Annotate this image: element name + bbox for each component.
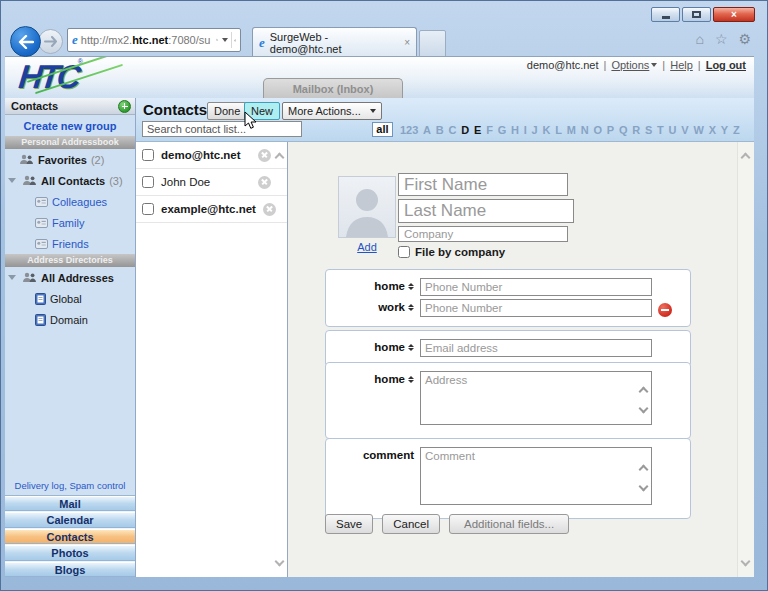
email-address-field[interactable] bbox=[420, 339, 652, 357]
search-input[interactable] bbox=[142, 121, 302, 137]
contact-checkbox[interactable] bbox=[142, 176, 154, 188]
nav-calendar[interactable]: Calendar bbox=[5, 512, 135, 527]
sidebar-item-favorites[interactable]: Favorites (2) bbox=[5, 149, 135, 170]
search-icon[interactable] bbox=[216, 34, 218, 46]
alpha-letter[interactable]: B bbox=[433, 124, 446, 136]
expander-icon[interactable] bbox=[8, 178, 16, 183]
refresh-icon[interactable] bbox=[234, 34, 236, 47]
scroll-down-icon[interactable] bbox=[275, 557, 285, 567]
alpha-letter[interactable]: M bbox=[564, 124, 578, 136]
minimize-button[interactable] bbox=[651, 7, 680, 22]
alpha-all[interactable]: all bbox=[372, 122, 392, 137]
first-name-field[interactable] bbox=[398, 173, 568, 196]
settings-gear-icon[interactable]: ⚙ bbox=[738, 31, 751, 47]
alpha-letter[interactable]: T bbox=[655, 124, 667, 136]
alpha-letter[interactable]: Z bbox=[730, 124, 742, 136]
sidebar-item-family[interactable]: Family bbox=[5, 212, 135, 233]
home-icon[interactable]: ⌂ bbox=[695, 31, 703, 47]
contact-row[interactable]: John Doe bbox=[136, 169, 287, 196]
alpha-letter[interactable]: I bbox=[521, 124, 529, 136]
delivery-log-link[interactable]: Delivery log, bbox=[15, 480, 67, 491]
phone-number-field[interactable] bbox=[420, 278, 652, 296]
maximize-button[interactable] bbox=[682, 7, 711, 22]
alpha-letter[interactable]: C bbox=[446, 124, 459, 136]
file-by-company-checkbox[interactable] bbox=[398, 246, 410, 258]
phone-type-select[interactable]: home bbox=[326, 278, 414, 292]
alpha-letter[interactable]: J bbox=[529, 124, 540, 136]
cancel-button[interactable]: Cancel bbox=[382, 514, 440, 534]
done-button[interactable]: Done bbox=[207, 102, 247, 120]
sidebar-item-domain[interactable]: Domain bbox=[5, 309, 135, 330]
contact-checkbox[interactable] bbox=[142, 149, 154, 161]
scroll-up-icon[interactable] bbox=[741, 153, 751, 163]
delete-contact-icon[interactable] bbox=[258, 176, 271, 189]
new-tab-button[interactable] bbox=[419, 30, 446, 57]
address-bar[interactable]: e http://mx2.htc.net:7080/su bbox=[67, 28, 241, 52]
alpha-letter[interactable]: F bbox=[484, 124, 496, 136]
back-button[interactable] bbox=[10, 26, 41, 57]
alpha-letter[interactable]: S bbox=[643, 124, 655, 136]
alpha-letter[interactable]: X bbox=[706, 124, 718, 136]
alpha-letter[interactable]: E bbox=[472, 124, 484, 136]
tab-close-icon[interactable]: × bbox=[404, 37, 410, 48]
alpha-letter[interactable]: H bbox=[509, 124, 522, 136]
contact-row[interactable]: example@htc.net bbox=[136, 196, 287, 223]
logout-link[interactable]: Log out bbox=[706, 59, 746, 71]
alpha-letter[interactable]: W bbox=[691, 124, 706, 136]
alpha-letter[interactable]: V bbox=[679, 124, 691, 136]
expander-icon[interactable] bbox=[8, 275, 16, 280]
contact-row[interactable]: demo@htc.net bbox=[136, 142, 287, 169]
add-photo-link[interactable]: Add bbox=[338, 241, 396, 253]
form-scrollbar[interactable] bbox=[737, 142, 754, 577]
alpha-letter[interactable]: R bbox=[630, 124, 643, 136]
add-group-icon[interactable] bbox=[118, 100, 131, 113]
alpha-letter[interactable]: Y bbox=[718, 124, 730, 136]
nav-contacts[interactable]: Contacts bbox=[5, 529, 135, 544]
alpha-letter[interactable]: D bbox=[459, 124, 472, 136]
nav-blogs[interactable]: Blogs bbox=[5, 562, 135, 577]
sidebar-item-colleagues[interactable]: Colleagues bbox=[5, 191, 135, 212]
phone-type-select[interactable]: work bbox=[326, 299, 414, 313]
address-type-select[interactable]: home bbox=[326, 371, 414, 385]
last-name-field[interactable] bbox=[398, 199, 574, 223]
delete-contact-icon[interactable] bbox=[258, 149, 271, 162]
tab-mailbox-inbox[interactable]: Mailbox (Inbox) bbox=[263, 78, 403, 98]
browser-tab[interactable]: e SurgeWeb - demo@htc.net × bbox=[252, 27, 417, 57]
delete-contact-icon[interactable] bbox=[263, 203, 276, 216]
nav-mail[interactable]: Mail bbox=[5, 496, 135, 511]
options-menu[interactable]: Options bbox=[611, 59, 657, 71]
address-field[interactable] bbox=[420, 371, 652, 425]
alpha-letter[interactable]: K bbox=[540, 124, 553, 136]
alpha-letter[interactable]: N bbox=[578, 124, 591, 136]
sidebar-item-all-contacts[interactable]: All Contacts (3) bbox=[5, 170, 135, 191]
sidebar-item-all-addresses[interactable]: All Addresses bbox=[5, 267, 135, 288]
create-new-group-link[interactable]: Create new group bbox=[5, 115, 135, 136]
more-actions-select[interactable]: More Actions... bbox=[282, 102, 382, 120]
spam-control-link[interactable]: Spam control bbox=[69, 480, 125, 491]
comment-field[interactable] bbox=[420, 447, 652, 505]
alpha-letter[interactable]: P bbox=[604, 124, 616, 136]
help-link[interactable]: Help bbox=[670, 59, 693, 71]
company-field[interactable] bbox=[398, 226, 568, 242]
save-button[interactable]: Save bbox=[325, 514, 373, 534]
additional-fields-button[interactable]: Additional fields... bbox=[449, 514, 569, 534]
sidebar-item-global[interactable]: Global bbox=[5, 288, 135, 309]
alpha-letter[interactable]: L bbox=[553, 124, 565, 136]
alpha-123[interactable]: 123 bbox=[398, 124, 421, 136]
file-by-company-option[interactable]: File by company bbox=[398, 246, 505, 258]
alpha-letter[interactable]: Q bbox=[616, 124, 629, 136]
nav-photos[interactable]: Photos bbox=[5, 545, 135, 560]
favorites-star-icon[interactable]: ☆ bbox=[715, 31, 728, 47]
contact-checkbox[interactable] bbox=[142, 203, 154, 215]
address-dropdown-icon[interactable] bbox=[222, 38, 228, 42]
alpha-letter[interactable]: A bbox=[421, 124, 434, 136]
forward-button[interactable] bbox=[38, 29, 63, 54]
close-button[interactable]: × bbox=[713, 7, 755, 22]
scroll-down-icon[interactable] bbox=[741, 557, 751, 567]
alpha-letter[interactable]: G bbox=[495, 124, 508, 136]
sidebar-item-friends[interactable]: Friends bbox=[5, 233, 135, 254]
phone-number-field[interactable] bbox=[420, 299, 652, 317]
remove-phone-icon[interactable] bbox=[658, 303, 672, 317]
alpha-letter[interactable]: U bbox=[666, 124, 679, 136]
email-type-select[interactable]: home bbox=[326, 339, 414, 353]
